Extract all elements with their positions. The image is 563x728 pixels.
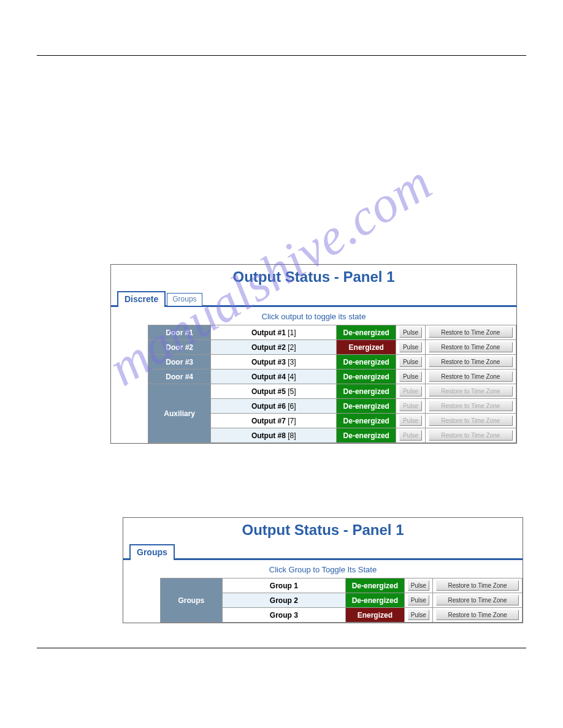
pulse-button[interactable]: Pulse xyxy=(399,342,421,352)
tabs-row: Discrete Groups xyxy=(111,289,516,307)
pulse-cell: Pulse xyxy=(404,608,432,623)
row-header: Auxiliary xyxy=(148,384,211,443)
state-cell[interactable]: De-energized xyxy=(337,384,396,399)
restore-button[interactable]: Restore to Time Zone xyxy=(429,327,513,338)
restore-cell: Restore to Time Zone xyxy=(425,399,516,414)
restore-cell: Restore to Time Zone xyxy=(433,608,523,623)
pulse-button[interactable]: Pulse xyxy=(408,610,429,620)
pulse-button[interactable]: Pulse xyxy=(399,371,421,382)
state-cell[interactable]: De-energized xyxy=(337,325,396,340)
state-cell[interactable]: De-energized xyxy=(337,428,396,443)
restore-button[interactable]: Restore to Time Zone xyxy=(436,610,519,620)
table-row: GroupsGroup 1De-energizedPulseRestore to… xyxy=(161,578,523,593)
pulse-cell: Pulse xyxy=(404,578,432,593)
state-cell[interactable]: De-energized xyxy=(337,414,396,428)
restore-button: Restore to Time Zone xyxy=(429,401,513,411)
restore-button: Restore to Time Zone xyxy=(429,415,513,426)
pulse-button: Pulse xyxy=(399,415,421,426)
table-row: Door #3Output #3 [3]De-energizedPulseRes… xyxy=(148,355,516,370)
output-status-groups-panel: Output Status - Panel 1 Groups Click Gro… xyxy=(123,517,523,623)
divider-top xyxy=(37,55,526,56)
state-cell[interactable]: De-energized xyxy=(346,578,405,593)
divider-bottom xyxy=(37,648,526,648)
restore-button[interactable]: Restore to Time Zone xyxy=(436,595,519,605)
pulse-cell: Pulse xyxy=(396,370,425,384)
pulse-cell: Pulse xyxy=(404,593,432,608)
pulse-cell: Pulse xyxy=(396,355,425,370)
pulse-button[interactable]: Pulse xyxy=(408,580,429,591)
restore-button[interactable]: Restore to Time Zone xyxy=(436,580,519,591)
pulse-cell: Pulse xyxy=(396,325,425,340)
output-status-discrete-panel: Output Status - Panel 1 Discrete Groups … xyxy=(110,264,517,444)
pulse-button[interactable]: Pulse xyxy=(399,357,421,367)
state-cell[interactable]: De-energized xyxy=(337,399,396,414)
output-name-cell[interactable]: Output #2 [2] xyxy=(211,340,337,355)
table-row: Door #2Output #2 [2]EnergizedPulseRestor… xyxy=(148,340,516,355)
row-header: Door #4 xyxy=(148,370,211,384)
pulse-button[interactable]: Pulse xyxy=(399,327,421,338)
state-cell[interactable]: De-energized xyxy=(346,593,405,608)
restore-cell: Restore to Time Zone xyxy=(425,414,516,428)
restore-cell: Restore to Time Zone xyxy=(433,593,523,608)
restore-button: Restore to Time Zone xyxy=(429,386,513,396)
output-name-cell[interactable]: Output #4 [4] xyxy=(211,370,337,384)
pulse-button: Pulse xyxy=(399,386,421,396)
output-name-cell[interactable]: Output #1 [1] xyxy=(211,325,337,340)
row-header: Door #1 xyxy=(148,325,211,340)
pulse-cell: Pulse xyxy=(396,340,425,355)
panel-title: Output Status - Panel 1 xyxy=(111,265,516,289)
restore-button[interactable]: Restore to Time Zone xyxy=(429,357,513,367)
row-header: Door #2 xyxy=(148,340,211,355)
panel-title: Output Status - Panel 1 xyxy=(123,518,523,542)
row-header: Groups xyxy=(161,578,223,623)
groups-table: GroupsGroup 1De-energizedPulseRestore to… xyxy=(160,578,523,623)
restore-cell: Restore to Time Zone xyxy=(425,428,516,443)
state-cell[interactable]: De-energized xyxy=(337,355,396,370)
output-name-cell[interactable]: Output #8 [8] xyxy=(211,428,337,443)
pulse-cell: Pulse xyxy=(396,414,425,428)
restore-button[interactable]: Restore to Time Zone xyxy=(429,371,513,382)
table-row: Door #1Output #1 [1]De-energizedPulseRes… xyxy=(148,325,516,340)
hint-text: Click output to toggle its state xyxy=(111,307,516,325)
row-header: Door #3 xyxy=(148,355,211,370)
state-cell[interactable]: Energized xyxy=(346,608,405,623)
restore-cell: Restore to Time Zone xyxy=(425,384,516,399)
outputs-table: Door #1Output #1 [1]De-energizedPulseRes… xyxy=(148,325,516,443)
pulse-cell: Pulse xyxy=(396,399,425,414)
group-name-cell[interactable]: Group 1 xyxy=(222,578,345,593)
pulse-button[interactable]: Pulse xyxy=(408,595,429,605)
pulse-cell: Pulse xyxy=(396,428,425,443)
state-cell[interactable]: De-energized xyxy=(337,370,396,384)
pulse-button: Pulse xyxy=(399,401,421,411)
restore-button[interactable]: Restore to Time Zone xyxy=(429,342,513,352)
hint-text: Click Group to Toggle Its State xyxy=(123,560,523,578)
group-name-cell[interactable]: Group 2 xyxy=(222,593,345,608)
pulse-button: Pulse xyxy=(399,430,421,441)
output-name-cell[interactable]: Output #3 [3] xyxy=(211,355,337,370)
restore-cell: Restore to Time Zone xyxy=(425,340,516,355)
pulse-cell: Pulse xyxy=(396,384,425,399)
group-name-cell[interactable]: Group 3 xyxy=(222,608,345,623)
tab-discrete[interactable]: Discrete xyxy=(117,291,166,307)
state-cell[interactable]: Energized xyxy=(337,340,396,355)
restore-button: Restore to Time Zone xyxy=(429,430,513,441)
tab-groups[interactable]: Groups xyxy=(129,544,175,560)
output-name-cell[interactable]: Output #6 [6] xyxy=(211,399,337,414)
table-row: Door #4Output #4 [4]De-energizedPulseRes… xyxy=(148,370,516,384)
tabs-row: Groups xyxy=(123,542,523,560)
restore-cell: Restore to Time Zone xyxy=(425,325,516,340)
output-name-cell[interactable]: Output #7 [7] xyxy=(211,414,337,428)
table-row: AuxiliaryOutput #5 [5]De-energizedPulseR… xyxy=(148,384,516,399)
restore-cell: Restore to Time Zone xyxy=(425,370,516,384)
tab-groups[interactable]: Groups xyxy=(167,293,202,306)
restore-cell: Restore to Time Zone xyxy=(433,578,523,593)
restore-cell: Restore to Time Zone xyxy=(425,355,516,370)
output-name-cell[interactable]: Output #5 [5] xyxy=(211,384,337,399)
